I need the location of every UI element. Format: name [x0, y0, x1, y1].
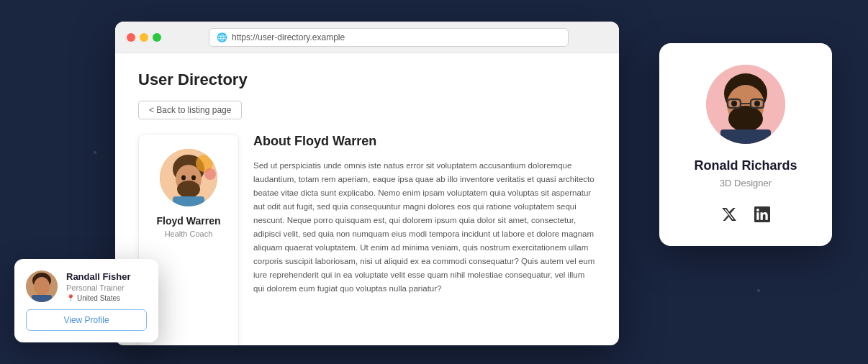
ronald-role: 3D Designer [677, 178, 815, 188]
floyd-avatar [160, 149, 217, 206]
view-profile-button[interactable]: View Profile [26, 309, 147, 331]
svg-rect-18 [720, 129, 771, 144]
floyd-name: Floyd Warren [150, 215, 227, 227]
globe-icon: 🌐 [217, 32, 227, 42]
back-button[interactable]: < Back to listing page [138, 101, 242, 119]
randall-avatar [26, 270, 58, 302]
minimize-button[interactable] [140, 33, 148, 42]
randall-card: Randall Fisher Personal Trainer 📍 United… [14, 259, 158, 342]
about-title: About Floyd Warren [253, 134, 596, 149]
svg-point-17 [754, 101, 760, 106]
social-icons [677, 203, 815, 226]
svg-point-16 [731, 101, 737, 106]
randall-info: Randall Fisher Personal Trainer 📍 United… [66, 271, 147, 302]
page-title: User Directory [138, 70, 596, 89]
randall-location: 📍 United States [66, 294, 147, 302]
browser-content: User Directory < Back to listing page [115, 53, 619, 345]
traffic-lights [127, 33, 161, 42]
randall-role: Personal Trainer [66, 283, 147, 292]
randall-location-text: United States [77, 294, 120, 302]
linkedin-icon[interactable] [751, 203, 774, 226]
svg-point-4 [181, 176, 186, 181]
close-button[interactable] [127, 33, 135, 42]
ronald-avatar-svg [706, 65, 785, 144]
ronald-avatar [706, 65, 785, 144]
svg-point-12 [728, 106, 763, 132]
svg-point-21 [34, 277, 50, 296]
browser-toolbar: 🌐 https://user-directory.example [115, 22, 619, 53]
url-text: https://user-directory.example [232, 32, 345, 42]
location-pin-icon: 📍 [66, 294, 75, 302]
randall-avatar-svg [26, 270, 58, 302]
randall-name: Randall Fisher [66, 271, 147, 282]
randall-header: Randall Fisher Personal Trainer 📍 United… [26, 270, 147, 302]
svg-point-8 [204, 168, 216, 180]
maximize-button[interactable] [153, 33, 161, 42]
ronald-name: Ronald Richards [677, 158, 815, 173]
floyd-avatar-svg [160, 149, 217, 206]
ronald-card: Ronald Richards 3D Designer [659, 43, 832, 246]
browser-window: 🌐 https://user-directory.example User Di… [115, 22, 619, 345]
svg-point-5 [191, 176, 196, 181]
svg-rect-22 [32, 295, 52, 302]
svg-point-3 [177, 181, 200, 198]
about-section: About Floyd Warren Sed ut perspiciatis u… [253, 134, 596, 345]
address-bar[interactable]: 🌐 https://user-directory.example [209, 28, 569, 47]
about-text: Sed ut perspiciatis unde omnis iste natu… [253, 159, 596, 296]
svg-rect-6 [173, 196, 204, 206]
floyd-role: Health Coach [150, 229, 227, 238]
dot-grid-bottom-right: for(let i=0;i<25;i++) document.currentSc… [757, 289, 810, 342]
profile-grid: Floyd Warren Health Coach About Floyd Wa… [138, 134, 596, 345]
twitter-icon[interactable] [718, 203, 741, 226]
